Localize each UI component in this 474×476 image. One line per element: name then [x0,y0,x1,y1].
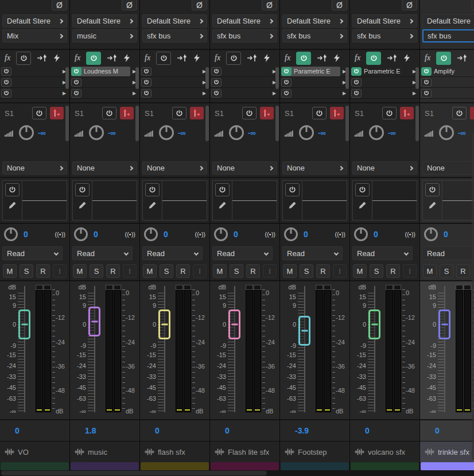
eq-edit-button[interactable] [8,201,17,210]
effect-slot[interactable]: ▶ [140,77,209,88]
eq-edit-button[interactable] [218,201,227,210]
monitor-input-button[interactable]: I [123,264,137,278]
solo-button[interactable]: S [300,264,313,278]
solo-button[interactable]: S [440,264,453,278]
input-select[interactable]: Default Stere [422,14,474,28]
effect-menu-arrow-icon[interactable]: ▶ [340,91,348,96]
phase-invert-button[interactable]: Ø [472,0,474,10]
phase-invert-button[interactable]: Ø [122,0,137,10]
eq-curve-preview[interactable] [372,181,417,220]
effect-menu-arrow-icon[interactable]: ▶ [410,91,418,96]
effect-power-button[interactable] [211,78,222,87]
phase-invert-button[interactable]: Ø [332,0,347,10]
fx-power-button[interactable] [156,52,171,65]
send-target-select[interactable]: None [72,161,137,175]
automation-mode-select[interactable]: Read [352,246,413,260]
send-power-button[interactable] [312,107,327,119]
automation-mode-select[interactable]: Read [142,246,203,260]
effect-slot[interactable]: ▶ [0,88,69,99]
effect-slot[interactable]: ▶ [280,77,349,88]
surround-panner-icon[interactable]: ((•)) [125,231,135,238]
send-post-fader-button[interactable] [330,107,344,119]
send-target-select[interactable]: None [212,161,277,175]
automation-mode-select[interactable]: Read [72,246,133,260]
arm-record-button[interactable]: R [456,264,470,278]
eq-curve-preview[interactable] [442,181,474,220]
volume-value[interactable]: 0 [210,426,230,435]
track-color-bar[interactable] [351,462,419,470]
sends-scrollbar[interactable] [65,106,69,141]
effect-power-button[interactable] [71,67,81,76]
effects-rack-scrollbar[interactable] [275,67,279,89]
sends-scrollbar[interactable] [415,106,419,141]
freeze-button[interactable] [333,54,340,62]
pre-render-track-button[interactable] [177,54,188,62]
effect-power-button[interactable] [71,78,81,87]
send-level-knob[interactable] [19,125,34,140]
phase-invert-button[interactable]: Ø [262,0,277,10]
fader-track[interactable] [374,286,375,412]
track-name-row[interactable]: trinkle sfx [420,441,474,462]
volume-fader-handle[interactable] [438,309,450,339]
eq-power-button[interactable] [355,183,370,196]
send-post-fader-button[interactable] [260,107,274,119]
fader-track[interactable] [164,286,165,412]
pan-knob[interactable] [4,227,18,241]
eq-power-button[interactable] [215,183,230,196]
fx-power-button[interactable] [436,52,451,65]
effect-slot[interactable]: ▶ [210,88,279,99]
eq-curve-preview[interactable] [302,181,347,220]
eq-curve-preview[interactable] [232,181,277,220]
effect-menu-arrow-icon[interactable]: ▶ [200,91,208,96]
output-select[interactable]: sfx bus [422,29,474,42]
effect-power-button[interactable] [281,67,292,76]
effect-power-button[interactable] [351,67,362,76]
arm-record-button[interactable]: R [106,264,120,278]
input-select[interactable]: Default Stere [282,14,347,28]
volume-value[interactable]: 1.8 [70,426,96,435]
effect-menu-arrow-icon[interactable]: ▶ [130,91,138,96]
send-target-select[interactable]: None [352,161,417,175]
pre-render-track-button[interactable] [457,54,468,62]
pre-render-track-button[interactable] [37,54,48,62]
fx-power-button[interactable] [366,52,381,65]
pan-knob[interactable] [214,227,228,241]
send-post-fader-button[interactable] [50,107,64,119]
effect-power-button[interactable] [281,78,292,87]
effect-power-button[interactable] [211,89,222,98]
horizontal-scrollbar-thumb[interactable] [1,471,267,475]
volume-fader-handle[interactable] [368,309,380,339]
track-color-bar[interactable] [421,462,474,470]
effects-rack-scrollbar[interactable] [135,67,139,89]
automation-mode-select[interactable]: Read [2,246,63,260]
eq-power-button[interactable] [425,183,440,196]
phase-invert-button[interactable]: Ø [192,0,207,10]
mute-button[interactable]: M [353,264,367,278]
eq-power-button[interactable] [145,183,160,196]
effect-slot[interactable]: ▶ [280,88,349,99]
solo-button[interactable]: S [20,264,33,278]
send-power-button[interactable] [452,107,467,119]
phase-invert-button[interactable]: Ø [402,0,417,10]
pan-knob[interactable] [74,227,88,241]
input-select[interactable]: Default Stere [72,14,137,28]
output-select[interactable]: sfx bus [142,29,207,42]
effect-power-button[interactable] [141,89,151,98]
effect-slot[interactable]: ▶ [140,66,209,77]
mute-button[interactable]: M [213,264,227,278]
panel-vertical-scrollbar[interactable] [472,133,474,460]
arm-record-button[interactable]: R [386,264,400,278]
effect-slot[interactable]: ▶ [210,77,279,88]
output-select[interactable]: sfx bus [352,29,417,42]
send-power-button[interactable] [382,107,397,119]
automation-mode-select[interactable]: Read [212,246,273,260]
input-select[interactable]: Default Stere [212,14,277,28]
pre-render-track-button[interactable] [107,54,118,62]
effect-slot[interactable]: ▶ [350,77,419,88]
send-power-button[interactable] [32,107,46,119]
effect-power-button[interactable] [421,67,432,76]
send-power-button[interactable] [242,107,257,119]
eq-edit-button[interactable] [288,201,297,210]
track-color-bar[interactable] [211,462,279,470]
send-level-knob[interactable] [369,125,384,140]
